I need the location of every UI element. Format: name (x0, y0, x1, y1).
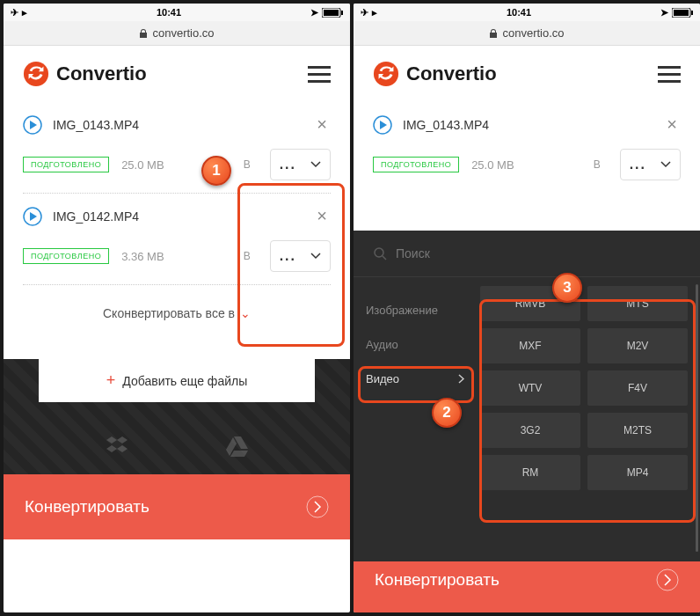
chevron-down-icon (310, 161, 321, 168)
format-option[interactable]: MTS (587, 286, 688, 321)
format-option[interactable]: RM (480, 455, 580, 490)
format-option[interactable]: F4V (587, 370, 688, 406)
annotation-marker-1: 1 (201, 156, 231, 186)
status-badge: ПОДГОТОВЛЕНО (373, 157, 459, 172)
format-grid: RMVB MTS MXF M2V WTV F4V 3G2 M2TS RM MP4 (477, 277, 700, 559)
svg-point-3 (24, 62, 48, 86)
format-option[interactable]: WTV (480, 370, 580, 406)
svg-point-12 (375, 248, 383, 257)
svg-rect-8 (674, 10, 689, 16)
remove-file-button[interactable]: × (313, 206, 331, 226)
screenshot-left: ✈︎▸ 10:41 ➤ convertio.co Convertio IMG_0… (4, 4, 350, 612)
ios-status-bar: ✈︎▸ 10:41 ➤ (4, 4, 350, 21)
file-item: IMG_0142.MP4 × ПОДГОТОВЛЕНО 3.36 MB В ..… (4, 194, 350, 284)
svg-rect-1 (324, 10, 339, 16)
chevron-down-icon (660, 161, 671, 168)
filename: IMG_0143.MP4 (53, 118, 303, 132)
browser-url-bar[interactable]: convertio.co (4, 21, 350, 46)
arrow-right-icon (656, 568, 679, 591)
format-option[interactable]: M2TS (587, 413, 688, 448)
status-badge: ПОДГОТОВЛЕНО (23, 157, 109, 172)
play-icon[interactable] (23, 115, 42, 135)
remove-file-button[interactable]: × (663, 114, 681, 135)
convert-button[interactable]: Конвертировать (4, 474, 350, 539)
logo-icon (23, 61, 49, 87)
format-option[interactable]: 3G2 (480, 413, 580, 448)
format-search[interactable]: Поиск (354, 231, 700, 277)
format-picker-panel: Поиск Изображение Аудио Видео RMVB MTS M… (354, 231, 700, 561)
filename: IMG_0143.MP4 (403, 118, 653, 132)
annotation-marker-3: 3 (552, 273, 582, 303)
category-image[interactable]: Изображение (354, 293, 477, 327)
scrollbar[interactable] (696, 284, 698, 552)
ios-status-bar: ✈︎▸ 10:41 ➤ (354, 4, 700, 21)
lock-icon (489, 29, 498, 38)
format-option[interactable]: MP4 (587, 455, 688, 490)
annotation-marker-2: 2 (432, 398, 462, 428)
file-item: IMG_0143.MP4 × ПОДГОТОВЛЕНО 25.0 MB В ..… (4, 102, 350, 193)
category-audio[interactable]: Аудио (354, 327, 477, 362)
menu-button[interactable] (658, 66, 681, 83)
browser-url-bar[interactable]: convertio.co (354, 21, 700, 46)
logo-icon (373, 61, 399, 87)
format-select[interactable]: ... (620, 149, 681, 180)
arrow-right-icon (306, 495, 329, 518)
chevron-down-icon (310, 253, 321, 260)
format-option[interactable]: MXF (480, 328, 580, 363)
logo[interactable]: Convertio (373, 61, 497, 87)
play-icon[interactable] (373, 115, 392, 135)
plus-icon: + (106, 371, 116, 390)
dropbox-icon[interactable] (106, 434, 128, 457)
chevron-right-icon (458, 374, 464, 384)
svg-point-13 (657, 569, 678, 590)
svg-point-10 (374, 62, 398, 86)
app-header: Convertio (354, 46, 700, 102)
format-select[interactable]: ... (270, 149, 331, 180)
app-header: Convertio (4, 46, 350, 102)
search-icon (373, 246, 387, 260)
add-files-button[interactable]: + Добавить еще файлы (39, 359, 315, 402)
filesize: 25.0 MB (471, 158, 514, 172)
svg-point-6 (307, 496, 328, 517)
status-badge: ПОДГОТОВЛЕНО (23, 248, 109, 264)
play-icon[interactable] (23, 207, 42, 226)
filesize: 25.0 MB (121, 158, 164, 172)
filesize: 3.36 MB (121, 250, 164, 263)
menu-button[interactable] (308, 66, 331, 83)
remove-file-button[interactable]: × (313, 114, 331, 135)
logo[interactable]: Convertio (23, 61, 147, 87)
svg-rect-9 (691, 11, 693, 15)
svg-rect-2 (341, 11, 343, 15)
gdrive-icon[interactable] (226, 434, 249, 457)
format-select[interactable]: ... (270, 240, 331, 272)
filename: IMG_0142.MP4 (53, 209, 303, 224)
format-option[interactable]: M2V (587, 328, 688, 363)
screenshot-right: ✈︎▸ 10:41 ➤ convertio.co Convertio IMG_0… (354, 4, 700, 612)
lock-icon (139, 29, 148, 38)
convert-all-row[interactable]: Сконвертировать все в⌄ (4, 285, 350, 341)
category-video[interactable]: Видео (354, 362, 477, 396)
file-item: IMG_0143.MP4 × ПОДГОТОВЛЕНО 25.0 MB В ..… (354, 102, 700, 193)
